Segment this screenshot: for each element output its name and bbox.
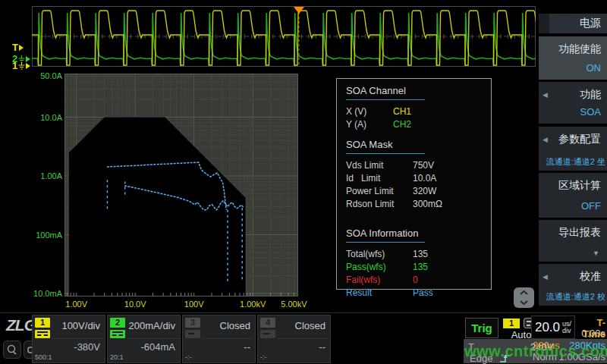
soa-row-value: CH1 bbox=[393, 105, 411, 118]
menu-sidebar: 电源功能使能ON◀功能SOA◀参数配置流通道:通道2 坐区域计算OFF导出报表▼… bbox=[537, 0, 607, 312]
channel-4-badge: 4 bbox=[260, 318, 275, 328]
soa-panel-row: Pass(wfs)135 bbox=[346, 261, 482, 274]
soa-panel-row: X (V)CH1 bbox=[346, 105, 482, 118]
channel-scale: Closed bbox=[220, 320, 250, 331]
sidebar-item-area-calc[interactable]: 区域计算OFF bbox=[539, 173, 607, 218]
watermark: www.cntronics.com bbox=[464, 343, 607, 360]
touch-icon bbox=[6, 344, 18, 356]
sidebar-item-calibration[interactable]: ◀校准流通道:通道2 校 bbox=[539, 264, 607, 306]
sidebar-item-params[interactable]: ◀参数配置流通道:通道2 坐 bbox=[539, 127, 607, 171]
soa-panel-row: Rdson Limit300mΩ bbox=[346, 198, 482, 211]
chevron-down-icon bbox=[519, 300, 529, 306]
soa-row-label: Power Limit bbox=[346, 185, 413, 198]
sidebar-item-value: OFF bbox=[581, 200, 601, 212]
probe-ratio: 20:1 bbox=[110, 353, 124, 361]
channel-3-box[interactable]: 3Closed---:- bbox=[182, 315, 256, 363]
channel-4-box[interactable]: 4Closed---:- bbox=[257, 315, 331, 363]
x-axis-tick-label: 1.00V bbox=[65, 300, 87, 309]
soa-panel-row: ResultPass bbox=[346, 287, 482, 300]
sidebar-item-subtext: 流通道:通道2 坐 bbox=[539, 156, 605, 168]
soa-row-value: 135 bbox=[413, 248, 428, 261]
chevron-left-icon: ◀ bbox=[543, 136, 548, 143]
marker-arrow-icon bbox=[19, 45, 24, 51]
channel-2-badge: 2 bbox=[110, 318, 125, 328]
waveform-strip bbox=[32, 6, 536, 67]
soa-row-label: Fail(wfs) bbox=[346, 274, 413, 287]
soa-row-label: Id Limit bbox=[346, 172, 413, 185]
marker-1: 1 bbox=[12, 60, 30, 71]
soa-row-label: Pass(wfs) bbox=[346, 261, 413, 274]
marker-label: 1 bbox=[12, 60, 17, 71]
probe-ratio: -:- bbox=[185, 353, 192, 361]
soa-row-label: Rdson Limit bbox=[346, 198, 413, 211]
x-axis-tick-label: 100V bbox=[184, 300, 204, 309]
x-axis-tick-label: 10.0V bbox=[124, 300, 146, 309]
channel-offset: -380V bbox=[74, 341, 100, 353]
soa-row-value: 320W bbox=[413, 185, 436, 198]
probe-ratio: -:- bbox=[260, 353, 267, 361]
soa-row-value: 750V bbox=[413, 159, 434, 172]
coupling-icon bbox=[260, 330, 275, 338]
sidebar-item-enable[interactable]: 功能使能ON bbox=[539, 36, 607, 80]
chevron-left-icon: ◀ bbox=[543, 91, 548, 99]
oscilloscope-screen: T21 50.0A10.0A1.00A100mA10.0mA1.00V10.0V… bbox=[0, 0, 607, 364]
sidebar-item-value: SOA bbox=[580, 106, 601, 118]
chevron-left-icon: ◀ bbox=[543, 273, 548, 281]
channel-scale: Closed bbox=[295, 320, 326, 331]
soa-plot bbox=[64, 74, 298, 297]
channel-2-box[interactable]: 2200mA/div-604mA20:1 bbox=[107, 315, 181, 363]
sidebar-item-label: 功能使能 bbox=[558, 42, 601, 56]
soa-section-title: SOA Channel bbox=[346, 85, 425, 100]
sidebar-item-label: 校准 bbox=[580, 270, 601, 284]
channel-offset: -- bbox=[319, 341, 326, 353]
soa-panel-section: SOA ChannelX (V)CH1Y (A)CH2 bbox=[346, 85, 482, 131]
sidebar-item-function[interactable]: ◀功能SOA bbox=[539, 82, 607, 124]
soa-panel-row: Vds Limit750V bbox=[346, 159, 482, 172]
t-time-value: 0.00s bbox=[569, 328, 605, 339]
touch-mode-button[interactable] bbox=[3, 340, 21, 359]
soa-row-label: Vds Limit bbox=[346, 159, 413, 172]
channel-offset: -- bbox=[244, 341, 250, 353]
coupling-icon bbox=[185, 330, 200, 338]
soa-row-value: 135 bbox=[413, 261, 428, 274]
menu-scroll-widget bbox=[514, 287, 534, 308]
soa-row-value: CH2 bbox=[393, 118, 411, 131]
soa-section-title: SOA Mask bbox=[346, 139, 425, 154]
y-axis-tick-label: 1.00A bbox=[26, 171, 62, 180]
chevron-down-icon: ▼ bbox=[593, 249, 599, 257]
soa-panel-section: SOA InformationTotal(wfs)135Pass(wfs)135… bbox=[346, 228, 482, 300]
soa-row-label: Y (A) bbox=[346, 118, 393, 131]
soa-row-label: Result bbox=[346, 287, 413, 300]
soa-panel-row: Fail(wfs)0 bbox=[346, 274, 482, 287]
menu-scroll-up-button[interactable] bbox=[514, 287, 534, 298]
y-axis-tick-label: 10.0mA bbox=[26, 289, 62, 298]
marker-T: T bbox=[12, 42, 24, 53]
soa-panel-row: Y (A)CH2 bbox=[346, 118, 482, 131]
soa-row-value: 300mΩ bbox=[413, 198, 442, 211]
sidebar-item-power[interactable]: 电源 bbox=[539, 14, 607, 33]
y-axis-tick-label: 50.0A bbox=[26, 71, 62, 80]
channel-1-box[interactable]: 1100V/div-380V500:1 bbox=[32, 315, 105, 363]
soa-section-title: SOA Information bbox=[346, 228, 425, 243]
sidebar-item-label: 电源 bbox=[580, 17, 601, 30]
soa-row-value: 0 bbox=[413, 274, 418, 287]
sidebar-item-label: 导出报表 bbox=[558, 226, 601, 240]
sidebar-item-export[interactable]: 导出报表▼ bbox=[539, 220, 607, 262]
soa-info-panel: SOA ChannelX (V)CH1Y (A)CH2SOA MaskVds L… bbox=[336, 78, 492, 290]
sidebar-item-subtext: 流通道:通道2 校 bbox=[539, 291, 605, 303]
trigger-label: Trig bbox=[465, 318, 498, 338]
ground-icon bbox=[18, 62, 25, 70]
marker-label: T bbox=[12, 42, 18, 53]
trigger-source-badge: 1 bbox=[503, 318, 520, 328]
chevron-up-icon bbox=[519, 290, 529, 296]
probe-ratio: 500:1 bbox=[35, 353, 52, 361]
marker-arrow-icon bbox=[26, 63, 30, 69]
channel-offset: -604mA bbox=[140, 341, 175, 353]
soa-row-value: 10.0A bbox=[413, 172, 436, 185]
x-axis-tick-label: 1.00kV bbox=[240, 300, 266, 309]
soa-panel-row: Total(wfs)135 bbox=[346, 248, 482, 261]
menu-scroll-down-button[interactable] bbox=[514, 298, 534, 309]
channel-3-badge: 3 bbox=[185, 318, 200, 328]
coupling-icon bbox=[110, 330, 125, 338]
sidebar-item-label: 区域计算 bbox=[558, 179, 601, 193]
